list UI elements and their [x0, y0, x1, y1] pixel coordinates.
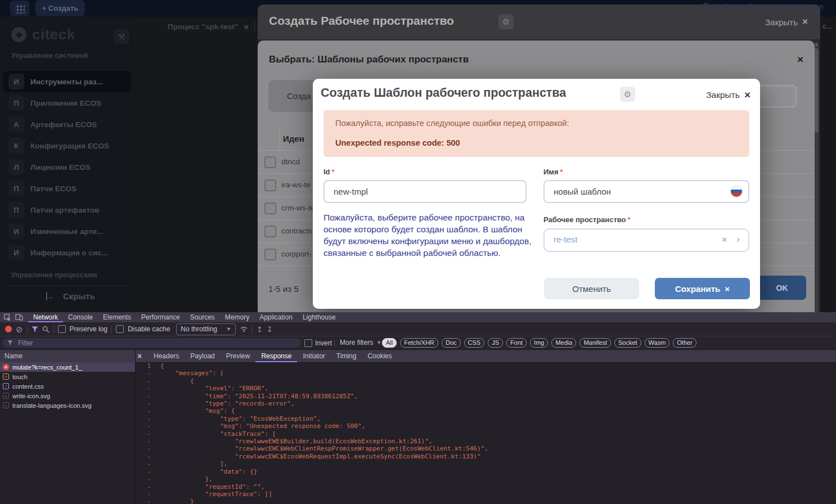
chip-wasm[interactable]: Wasm [645, 338, 670, 348]
process-tab[interactable]: Процесс "spk-test" × [168, 21, 255, 32]
sidebar-item-ecos-config[interactable]: К Конфигурация ECOS [3, 135, 131, 156]
chip-img[interactable]: Img [530, 338, 548, 348]
row-checkbox[interactable] [264, 179, 276, 191]
search-icon[interactable] [42, 326, 50, 333]
chip-manifest[interactable]: Manifest [579, 338, 611, 348]
close-tab-icon[interactable]: × [244, 22, 249, 32]
preserve-log-checkbox[interactable] [58, 325, 66, 333]
chip-css[interactable]: CSS [464, 338, 485, 348]
name-column-header[interactable]: Name [5, 350, 23, 362]
global-search[interactable]: Найти файл, пользователя ил [702, 2, 824, 11]
scrollbar-thumb[interactable] [814, 48, 819, 133]
tab-initiator[interactable]: Initiator [297, 350, 330, 362]
row-checkbox[interactable] [264, 226, 276, 237]
panel-divider[interactable] [135, 350, 136, 504]
tab-memory[interactable]: Memory [220, 312, 254, 322]
modal-scrollbar[interactable]: ▲ [814, 42, 819, 313]
request-row[interactable]: ▴ translate-languages-icon.svg [0, 400, 135, 410]
tab-payload[interactable]: Payload [185, 350, 220, 362]
sidebar-item-changed-artifacts[interactable]: И Измененные арте... [3, 220, 131, 242]
sidebar-item-ecos-apps[interactable]: П Приложения ECOS [3, 92, 131, 114]
tab-console[interactable]: Console [63, 312, 98, 322]
tab-cookies[interactable]: Cookies [362, 350, 397, 362]
sidebar-item-ecos-licenses[interactable]: Л Лицензии ECOS [3, 156, 131, 178]
clear-selection-icon[interactable]: × [722, 235, 727, 244]
close-modal-button[interactable]: Закрыть × [765, 16, 808, 28]
sidebar-item-label: Лицензии ECOS [30, 163, 91, 172]
tab-application[interactable]: Application [254, 312, 298, 322]
id-input[interactable] [323, 180, 527, 203]
hide-sidebar-button[interactable]: ← Скрыть [46, 291, 95, 301]
create-button[interactable]: + Создать [35, 0, 85, 16]
cancel-button[interactable]: Отменить [544, 278, 639, 299]
sidebar-item-system-info[interactable]: И Информация о сис... [3, 242, 131, 263]
tab-timing[interactable]: Timing [331, 350, 362, 362]
chip-fetch-xhr[interactable]: Fetch/XHR [400, 338, 438, 348]
column-header-id[interactable]: Иден [283, 134, 304, 143]
chip-font[interactable]: Font [506, 338, 527, 348]
record-icon[interactable] [5, 326, 12, 332]
disable-cache-checkbox[interactable] [116, 325, 124, 333]
request-row[interactable]: × mutate?k=recs_count_1_ [0, 362, 135, 372]
tab-sources[interactable]: Sources [185, 312, 220, 322]
close-detail-icon[interactable]: × [137, 350, 142, 362]
row-checkbox[interactable] [264, 156, 276, 168]
close-icon[interactable]: × [797, 53, 803, 66]
chip-other[interactable]: Other [673, 338, 696, 348]
settings-button[interactable]: ⚙ [620, 87, 635, 102]
request-row[interactable]: ‹› touch [0, 372, 135, 381]
throttling-select[interactable]: No throttling ▼ [176, 323, 236, 335]
tab-network[interactable]: Network [28, 312, 63, 322]
save-button[interactable]: Сохранить × [655, 278, 750, 299]
network-conditions-icon[interactable] [240, 326, 248, 332]
chip-socket[interactable]: Socket [614, 338, 641, 348]
inspect-icon[interactable] [4, 314, 11, 321]
tools-button[interactable]: ⚒ [114, 29, 129, 44]
response-json[interactable]: { "messages": [ { "level": "ERROR", "tim… [160, 362, 488, 504]
settings-button[interactable]: ⚙ [498, 14, 514, 29]
tab-lighthouse[interactable]: Lighthouse [298, 312, 341, 322]
apps-grid-button[interactable] [10, 1, 29, 16]
request-row[interactable]: / content.css [0, 381, 135, 391]
devtools-tab-bar: Network Console Elements Performance Sou… [0, 312, 836, 322]
chip-media[interactable]: Media [551, 338, 576, 348]
chevron-right-icon[interactable]: › [736, 233, 740, 245]
chip-doc[interactable]: Doc [442, 338, 461, 348]
device-toolbar-icon[interactable] [15, 314, 23, 321]
tab-preview[interactable]: Preview [221, 350, 256, 362]
invert-filter[interactable]: Invert [304, 339, 332, 347]
sidebar-item-label: Патчи артефактов [30, 206, 99, 214]
name-input[interactable] [543, 180, 749, 203]
ok-button[interactable]: OK [758, 276, 806, 300]
filter-input[interactable] [17, 339, 267, 348]
sidebar-item-ecos-patches[interactable]: П Патчи ECOS [3, 178, 131, 199]
chip-all[interactable]: All [382, 338, 397, 348]
workspace-select[interactable]: re-test × › [543, 228, 749, 252]
sidebar-item-dev-tools[interactable]: И Инструменты раз... [3, 71, 131, 92]
sidebar-item-ecos-artifacts[interactable]: А Артефакты ECOS [3, 114, 131, 135]
request-row[interactable]: ▴ write-icon.svg [0, 391, 135, 400]
russian-flag-icon[interactable] [731, 186, 742, 197]
close-modal-button[interactable]: Закрыть × [706, 89, 750, 101]
row-checkbox[interactable] [264, 202, 276, 214]
tab-response[interactable]: Response [255, 350, 297, 362]
preserve-log-label: Preserve log [70, 325, 107, 333]
export-har-icon[interactable]: ↧ [267, 326, 273, 333]
logo[interactable]: citeck [11, 26, 75, 43]
filter-input-pill[interactable] [2, 338, 301, 348]
sidebar-item-artifact-patches[interactable]: П Патчи артефактов [3, 199, 131, 220]
import-har-icon[interactable]: ↥ [257, 326, 263, 333]
more-filters-button[interactable]: More filters ▼ [340, 339, 381, 346]
workspace-help-text: Пожалуйста, выберите рабочее пространств… [323, 212, 533, 259]
tab-elements[interactable]: Elements [98, 312, 136, 322]
scroll-up-icon: ▲ [814, 42, 819, 47]
clear-icon[interactable]: ⊘ [16, 325, 23, 334]
row-checkbox[interactable] [264, 249, 276, 260]
filter-funnel-icon[interactable] [32, 326, 38, 332]
tab-performance[interactable]: Performance [136, 312, 185, 322]
tab-headers[interactable]: Headers [148, 350, 185, 362]
chip-js[interactable]: JS [488, 338, 503, 348]
create-template-modal: Создать Шаблон рабочего пространства ⚙ З… [313, 79, 760, 309]
invert-checkbox[interactable] [304, 339, 312, 347]
hide-label: Скрыть [63, 291, 95, 301]
